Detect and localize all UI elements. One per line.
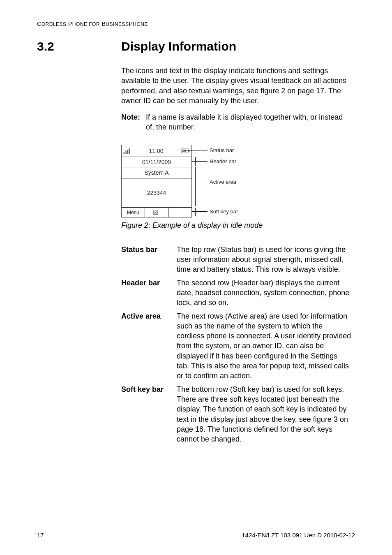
section-title: Display Information xyxy=(121,39,236,53)
contacts-icon xyxy=(153,210,160,215)
status-bar: 11:00 xyxy=(122,145,191,157)
clock-text: 11:00 xyxy=(133,148,179,154)
def-text-status: The top row (Status bar) is used for ico… xyxy=(177,245,351,275)
signal-icon xyxy=(123,148,131,154)
running-header: CORDLESS PHONE FOR BUSINESSPHONE xyxy=(37,21,355,27)
softkey-contacts xyxy=(145,208,168,217)
def-term-active: Active area xyxy=(121,311,177,381)
intro-paragraph: The icons and text in the display indica… xyxy=(121,66,351,106)
note-text: If a name is available it is displayed t… xyxy=(146,112,351,132)
label-active: Active area xyxy=(210,179,236,185)
svg-point-9 xyxy=(156,212,157,213)
battery-icon xyxy=(181,148,190,153)
def-term-status: Status bar xyxy=(121,245,177,275)
svg-rect-3 xyxy=(129,148,130,154)
softkey-empty xyxy=(168,208,191,217)
label-header: Header bar xyxy=(210,158,236,164)
svg-point-8 xyxy=(154,212,156,213)
svg-rect-0 xyxy=(124,152,125,154)
def-term-header: Header bar xyxy=(121,278,177,308)
active-area-owner: 223344 xyxy=(122,178,191,207)
def-term-softkey: Soft key bar xyxy=(121,384,177,444)
def-text-softkey: The bottom row (Soft key bar) is used fo… xyxy=(177,384,351,444)
softkey-bar: Menu xyxy=(122,207,191,217)
svg-rect-2 xyxy=(127,150,128,154)
section-number: 3.2 xyxy=(37,39,121,53)
softkey-menu: Menu xyxy=(122,208,145,217)
phone-diagram: 11:00 01/11/2009 System A 223344 Menu xyxy=(121,145,355,219)
figure-caption: Figure 2: Example of a display in idle m… xyxy=(121,221,355,230)
page-number: 17 xyxy=(37,532,44,539)
svg-rect-1 xyxy=(125,151,127,154)
note-label: Note: xyxy=(121,112,146,132)
def-text-header: The second row (Header bar) displays the… xyxy=(177,278,351,308)
phone-frame: 11:00 01/11/2009 System A 223344 Menu xyxy=(121,145,192,217)
def-text-active: The next rows (Active area) are used for… xyxy=(177,311,351,381)
active-area-system: System A xyxy=(122,167,191,178)
doc-id: 1424-EN/LZT 103 091 Uen D 2010-02-12 xyxy=(242,532,355,539)
label-status: Status bar xyxy=(210,147,234,153)
header-bar: 01/11/2009 xyxy=(122,157,191,167)
label-softkey: Soft key bar xyxy=(210,208,238,215)
